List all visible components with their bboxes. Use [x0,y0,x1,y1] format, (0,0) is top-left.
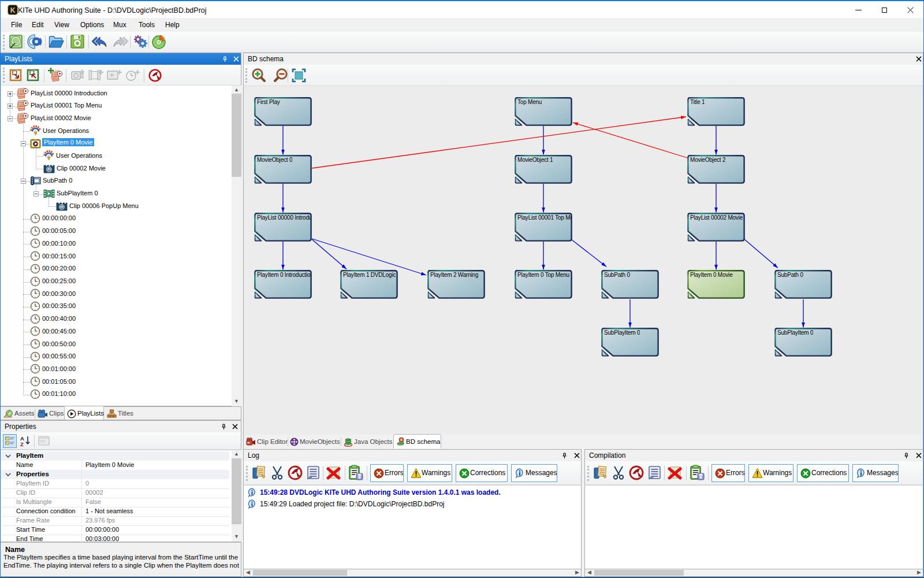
svg-text:K: K [10,6,16,14]
svg-text:Z: Z [20,441,24,447]
svg-text:i: i [61,205,62,210]
svg-text:i: i [49,167,50,172]
